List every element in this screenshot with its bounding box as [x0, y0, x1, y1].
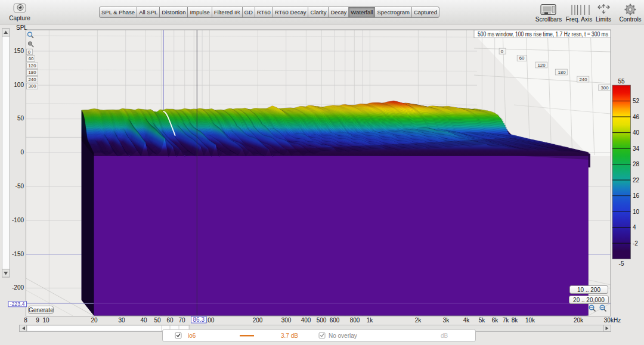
svg-text:3.7 dB: 3.7 dB: [281, 332, 298, 339]
svg-text:dB: dB: [441, 332, 448, 339]
svg-text:-223.4: -223.4: [10, 301, 25, 307]
svg-text:No overlay: No overlay: [329, 332, 357, 339]
svg-text:500 ms window, 100 ms rise tim: 500 ms window, 100 ms rise time, 1.7 Hz …: [478, 31, 608, 38]
svg-text:io6: io6: [188, 332, 196, 339]
svg-text:86.3: 86.3: [193, 316, 205, 323]
